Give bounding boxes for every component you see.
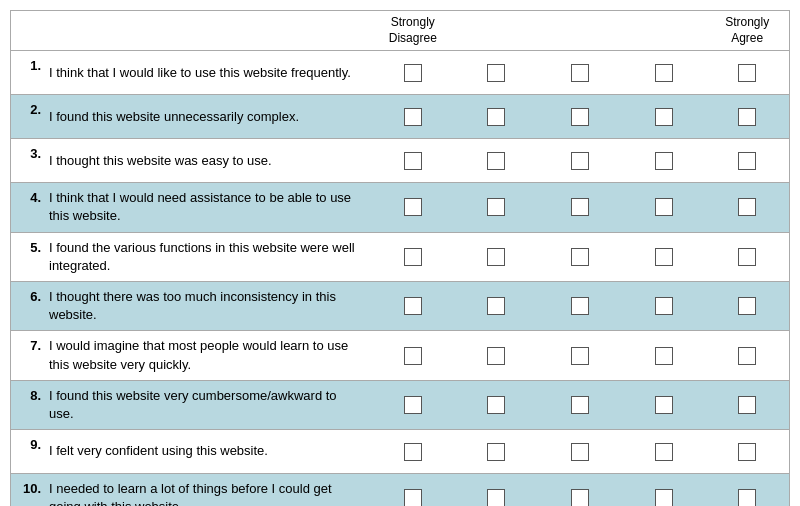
checkbox-4-1[interactable] xyxy=(404,198,422,216)
checkbox-10-2[interactable] xyxy=(487,489,505,506)
survey-row-9: 9.I felt very confident using this websi… xyxy=(11,430,789,474)
checkbox-5-4[interactable] xyxy=(655,248,673,266)
question-col-7: 7.I would imagine that most people would… xyxy=(11,331,371,379)
checkbox-2-2[interactable] xyxy=(487,108,505,126)
checkbox-4-2[interactable] xyxy=(487,198,505,216)
header-col3 xyxy=(538,11,622,50)
options-col-10 xyxy=(371,474,789,506)
checkbox-cell-3-4 xyxy=(622,139,706,182)
checkbox-3-5[interactable] xyxy=(738,152,756,170)
survey-header: StronglyDisagree StronglyAgree xyxy=(11,11,789,51)
question-text-10: I needed to learn a lot of things before… xyxy=(49,480,363,506)
checkbox-1-5[interactable] xyxy=(738,64,756,82)
options-col-2 xyxy=(371,95,789,138)
checkbox-1-3[interactable] xyxy=(571,64,589,82)
question-text-8: I found this website very cumbersome/awk… xyxy=(49,387,363,423)
checkbox-1-1[interactable] xyxy=(404,64,422,82)
checkbox-3-3[interactable] xyxy=(571,152,589,170)
survey-container: StronglyDisagree StronglyAgree 1.I think… xyxy=(10,10,790,506)
checkbox-9-1[interactable] xyxy=(404,443,422,461)
checkbox-cell-4-1 xyxy=(371,183,455,231)
checkbox-5-1[interactable] xyxy=(404,248,422,266)
checkbox-cell-8-5 xyxy=(705,381,789,429)
checkbox-7-1[interactable] xyxy=(404,347,422,365)
checkbox-cell-7-1 xyxy=(371,331,455,379)
checkbox-7-4[interactable] xyxy=(655,347,673,365)
checkbox-cell-10-2 xyxy=(455,474,539,506)
checkbox-10-4[interactable] xyxy=(655,489,673,506)
checkbox-cell-4-3 xyxy=(538,183,622,231)
checkbox-9-5[interactable] xyxy=(738,443,756,461)
checkbox-3-2[interactable] xyxy=(487,152,505,170)
header-options: StronglyDisagree StronglyAgree xyxy=(371,11,789,50)
checkbox-cell-2-4 xyxy=(622,95,706,138)
survey-row-7: 7.I would imagine that most people would… xyxy=(11,331,789,380)
checkbox-8-5[interactable] xyxy=(738,396,756,414)
survey-row-10: 10.I needed to learn a lot of things bef… xyxy=(11,474,789,506)
checkbox-1-4[interactable] xyxy=(655,64,673,82)
checkbox-4-3[interactable] xyxy=(571,198,589,216)
question-number-8: 8. xyxy=(19,387,41,403)
checkbox-2-4[interactable] xyxy=(655,108,673,126)
question-col-9: 9.I felt very confident using this websi… xyxy=(11,430,371,473)
checkbox-6-3[interactable] xyxy=(571,297,589,315)
checkbox-10-5[interactable] xyxy=(738,489,756,506)
checkbox-cell-7-5 xyxy=(705,331,789,379)
checkbox-cell-1-1 xyxy=(371,51,455,94)
checkbox-cell-6-4 xyxy=(622,282,706,330)
checkbox-cell-6-5 xyxy=(705,282,789,330)
checkbox-7-5[interactable] xyxy=(738,347,756,365)
survey-row-3: 3.I thought this website was easy to use… xyxy=(11,139,789,183)
question-number-7: 7. xyxy=(19,337,41,353)
question-number-4: 4. xyxy=(19,189,41,205)
checkbox-1-2[interactable] xyxy=(487,64,505,82)
checkbox-5-3[interactable] xyxy=(571,248,589,266)
question-text-1: I think that I would like to use this we… xyxy=(49,64,363,82)
options-col-8 xyxy=(371,381,789,429)
checkbox-6-4[interactable] xyxy=(655,297,673,315)
checkbox-cell-10-3 xyxy=(538,474,622,506)
survey-row-1: 1.I think that I would like to use this … xyxy=(11,51,789,95)
checkbox-3-1[interactable] xyxy=(404,152,422,170)
checkbox-cell-8-2 xyxy=(455,381,539,429)
checkbox-6-5[interactable] xyxy=(738,297,756,315)
checkbox-6-2[interactable] xyxy=(487,297,505,315)
checkbox-cell-1-2 xyxy=(455,51,539,94)
checkbox-9-3[interactable] xyxy=(571,443,589,461)
header-strongly-disagree: StronglyDisagree xyxy=(371,11,455,50)
checkbox-cell-6-1 xyxy=(371,282,455,330)
checkbox-4-5[interactable] xyxy=(738,198,756,216)
survey-row-8: 8.I found this website very cumbersome/a… xyxy=(11,381,789,430)
checkbox-2-5[interactable] xyxy=(738,108,756,126)
checkbox-10-1[interactable] xyxy=(404,489,422,506)
checkbox-5-5[interactable] xyxy=(738,248,756,266)
question-number-5: 5. xyxy=(19,239,41,255)
question-number-6: 6. xyxy=(19,288,41,304)
checkbox-5-2[interactable] xyxy=(487,248,505,266)
checkbox-8-2[interactable] xyxy=(487,396,505,414)
options-col-6 xyxy=(371,282,789,330)
checkbox-cell-8-3 xyxy=(538,381,622,429)
checkbox-7-3[interactable] xyxy=(571,347,589,365)
checkbox-9-4[interactable] xyxy=(655,443,673,461)
checkbox-4-4[interactable] xyxy=(655,198,673,216)
checkbox-10-3[interactable] xyxy=(571,489,589,506)
checkbox-8-4[interactable] xyxy=(655,396,673,414)
checkbox-8-3[interactable] xyxy=(571,396,589,414)
options-col-4 xyxy=(371,183,789,231)
checkbox-9-2[interactable] xyxy=(487,443,505,461)
checkbox-3-4[interactable] xyxy=(655,152,673,170)
question-text-3: I thought this website was easy to use. xyxy=(49,152,363,170)
checkbox-8-1[interactable] xyxy=(404,396,422,414)
checkbox-6-1[interactable] xyxy=(404,297,422,315)
checkbox-2-3[interactable] xyxy=(571,108,589,126)
options-col-1 xyxy=(371,51,789,94)
checkbox-2-1[interactable] xyxy=(404,108,422,126)
checkbox-cell-4-2 xyxy=(455,183,539,231)
question-col-6: 6.I thought there was too much inconsist… xyxy=(11,282,371,330)
checkbox-7-2[interactable] xyxy=(487,347,505,365)
checkbox-cell-10-5 xyxy=(705,474,789,506)
question-text-4: I think that I would need assistance to … xyxy=(49,189,363,225)
question-col-4: 4.I think that I would need assistance t… xyxy=(11,183,371,231)
question-col-3: 3.I thought this website was easy to use… xyxy=(11,139,371,182)
